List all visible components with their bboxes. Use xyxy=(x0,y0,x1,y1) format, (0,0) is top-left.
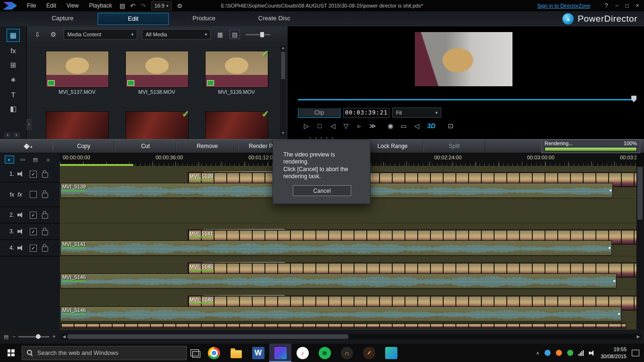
help-button[interactable]: ? xyxy=(602,1,611,10)
cancel-button[interactable]: Cancel xyxy=(293,185,351,196)
import-media-icon[interactable]: ⇩ xyxy=(32,30,43,39)
signin-directorzone-link[interactable]: Sign in to DirectorZone xyxy=(537,3,591,8)
media-item[interactable]: ✓ xyxy=(117,110,197,139)
fit-zoom-dropdown[interactable]: Fit ▾ xyxy=(392,107,441,118)
media-item[interactable]: MVI_5138.MOV xyxy=(117,50,197,110)
cut-button[interactable]: Cut xyxy=(115,141,176,151)
timeline-lane-audio[interactable]: MVI_5141 xyxy=(60,240,636,256)
undock-button[interactable]: ⊡ xyxy=(444,122,457,130)
taskbar-app-spotify[interactable]: ≋ xyxy=(314,344,336,362)
media-type-dropdown[interactable]: All Media ▾ xyxy=(142,29,211,40)
media-thumbnail[interactable]: ✓ xyxy=(205,51,268,88)
restore-button[interactable]: □ xyxy=(622,1,632,10)
start-button[interactable] xyxy=(0,344,22,362)
taskbar-app-file-explorer[interactable] xyxy=(225,344,247,362)
track-manager-icon[interactable]: ≡ xyxy=(44,156,52,163)
track-header-1-audio[interactable]: 1.✓ xyxy=(0,166,60,182)
volume-icon[interactable] xyxy=(589,350,595,356)
timeline-lane-audio[interactable]: MVI_5145 xyxy=(60,273,636,289)
content-filter-dropdown[interactable]: Media Content ▾ xyxy=(64,29,137,40)
menu-playback[interactable]: Playback xyxy=(84,2,117,9)
mute-button[interactable]: ◁ xyxy=(410,122,423,130)
thumbnail-zoom-slider[interactable] xyxy=(246,34,270,35)
menu-view[interactable]: View xyxy=(61,2,84,9)
track-enable-checkbox[interactable]: ✓ xyxy=(30,171,37,178)
previous-frame-button[interactable]: ◁ xyxy=(326,122,339,130)
fast-forward-button[interactable]: ≫ xyxy=(366,122,379,130)
tab-capture[interactable]: Capture xyxy=(27,13,98,24)
timeline-view-icon[interactable]: ▤ xyxy=(0,334,12,340)
track-enable-checkbox[interactable] xyxy=(30,191,37,198)
detail-view-icon[interactable]: ▤ xyxy=(230,30,240,39)
scroll-up-icon[interactable]: ▲ xyxy=(280,45,286,51)
timeline-vscroll-thumb[interactable] xyxy=(637,167,643,220)
audio-clip-MVI_5146[interactable]: MVI_5146 xyxy=(60,306,621,321)
track-lock-icon[interactable] xyxy=(42,173,48,178)
zoom-out-icon[interactable]: − xyxy=(12,333,16,340)
grid-view-icon[interactable]: ▦ xyxy=(215,30,225,39)
timeline-lane-audio[interactable]: MVI_5146 xyxy=(60,306,636,322)
next-frame-button[interactable]: ▽ xyxy=(339,122,353,130)
library-menu-icon[interactable]: ⚙ xyxy=(48,30,59,39)
track-lock-icon[interactable] xyxy=(42,193,48,198)
thumbnail-zoom-track[interactable] xyxy=(246,34,270,35)
media-item[interactable]: ✓ xyxy=(197,110,276,139)
menu-file[interactable]: File xyxy=(22,2,41,9)
copy-button[interactable]: Copy xyxy=(53,141,115,151)
library-scrollbar-thumb[interactable] xyxy=(281,52,285,79)
step-forward-button[interactable]: ▹ xyxy=(353,122,366,130)
track-lock-icon[interactable] xyxy=(42,230,48,235)
preview-quality-button[interactable]: ▭ xyxy=(397,122,410,130)
tab-edit[interactable]: Edit xyxy=(98,13,169,25)
zoom-in-icon[interactable]: + xyxy=(52,333,56,340)
taskbar-search-input[interactable]: Search the web and Windows xyxy=(22,346,187,360)
tray-blue-app-icon[interactable] xyxy=(545,350,551,356)
track-header-fx-fx[interactable]: fxfx xyxy=(0,182,60,207)
hidden-icons-chevron-icon[interactable]: ∧ xyxy=(536,351,539,355)
task-view-button[interactable] xyxy=(187,344,203,362)
track-lock-icon[interactable] xyxy=(42,214,48,219)
track-header-3-audio[interactable]: 3.✓ xyxy=(0,223,60,240)
taskbar-clock[interactable]: 19:55 30/08/2015 xyxy=(601,346,627,360)
thumbnail-zoom-handle[interactable] xyxy=(260,32,264,37)
clip-mode-button[interactable]: Clip xyxy=(298,108,340,117)
play-button[interactable]: ▷ xyxy=(300,122,313,130)
title-room-icon[interactable]: T xyxy=(7,88,19,100)
taskbar-app-cyberlink-app[interactable] xyxy=(380,344,402,362)
taskbar-app-powerdirector[interactable] xyxy=(269,344,291,362)
media-thumbnail[interactable]: ✓ xyxy=(125,111,189,139)
taskbar-app-word[interactable]: W xyxy=(247,344,269,362)
tray-firefox-icon[interactable] xyxy=(556,350,562,356)
tray-security-icon[interactable] xyxy=(567,350,573,356)
timeline-lane-partial[interactable] xyxy=(60,322,636,329)
fix-enhance-icon[interactable] xyxy=(0,144,53,148)
taskbar-app-gauge-app[interactable] xyxy=(358,344,380,362)
rail-scroll-up-icon[interactable]: ∧ xyxy=(4,132,11,138)
taskbar-app-itunes[interactable]: ♪ xyxy=(291,344,314,362)
redo-icon[interactable]: ↷ xyxy=(138,2,149,9)
track-header-2-audio[interactable]: 2.✓ xyxy=(0,207,60,223)
video-clip-partial[interactable] xyxy=(60,323,626,329)
action-center-icon[interactable] xyxy=(632,350,639,356)
preview-seek-handle[interactable] xyxy=(631,96,636,102)
aspect-ratio-select[interactable]: 16:9 ▾ xyxy=(151,1,172,10)
track-enable-checkbox[interactable]: ✓ xyxy=(30,212,37,219)
timecode-display[interactable]: 00:03:39:21 xyxy=(343,108,389,118)
media-thumbnail[interactable]: ✓ xyxy=(205,111,268,139)
track-lock-icon[interactable] xyxy=(42,247,48,252)
scroll-down-icon[interactable]: ▼ xyxy=(280,131,286,136)
timeline-horizontal-scrollbar[interactable]: ◀ ▶ xyxy=(61,334,641,339)
pip-objects-room-icon[interactable]: ⊞ xyxy=(7,59,19,71)
scroll-left-icon[interactable]: ◀ xyxy=(61,334,67,339)
tab-produce[interactable]: Produce xyxy=(169,13,239,24)
menu-edit[interactable]: Edit xyxy=(41,2,61,9)
taskbar-app-chrome[interactable] xyxy=(203,344,225,362)
network-icon[interactable] xyxy=(578,350,584,356)
3d-button[interactable]: 3D xyxy=(423,122,439,130)
range-select-tool-icon[interactable]: ▭ xyxy=(18,156,27,163)
rail-scroll-down-icon[interactable]: ∨ xyxy=(13,132,20,138)
timeline-hscroll-thumb[interactable] xyxy=(67,334,348,339)
media-item[interactable] xyxy=(37,110,117,139)
stop-button[interactable]: □ xyxy=(313,122,326,130)
track-header-partial[interactable] xyxy=(0,256,60,263)
